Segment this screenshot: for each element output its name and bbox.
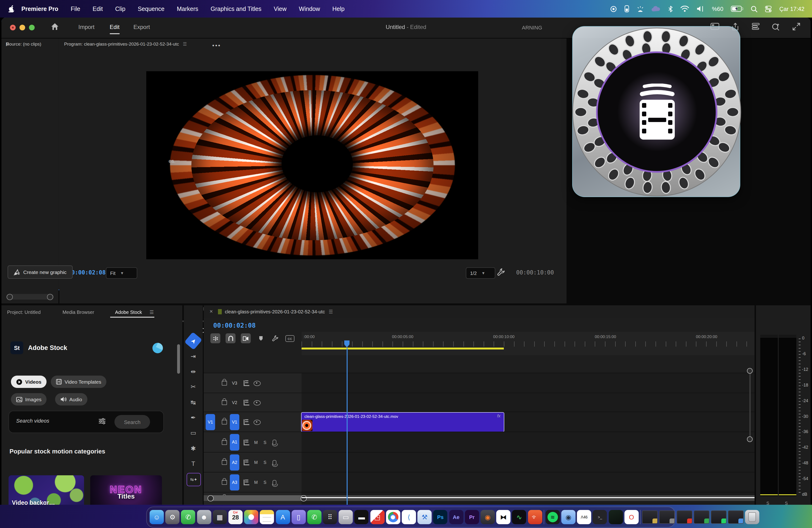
track-header-V3[interactable]: V3 (204, 373, 302, 393)
apple-menu-icon[interactable] (9, 5, 15, 12)
lock-icon[interactable] (222, 420, 227, 425)
tab-adobe-stock[interactable]: Adobe Stock (110, 309, 148, 314)
voiceover-record-icon[interactable] (273, 440, 276, 445)
dock-hotspot-app[interactable]: ᯤ (528, 510, 542, 524)
track-target-V1[interactable]: V1 (230, 414, 239, 430)
filter-videos[interactable]: Videos (11, 376, 47, 388)
create-new-graphic-button[interactable]: Create new graphic (8, 265, 73, 279)
fullscreen-icon[interactable] (793, 23, 800, 30)
toggle-track-output-icon[interactable] (253, 381, 261, 386)
stock-scrollbar[interactable] (177, 344, 180, 374)
dock-terminal[interactable]: >_ (593, 510, 607, 524)
filter-video-templates[interactable]: Video Templates (51, 376, 106, 388)
tab-media-browser[interactable]: Media Browser (57, 309, 100, 314)
ripple-edit-tool[interactable]: ⇹ (187, 365, 200, 378)
mute-button[interactable]: M (253, 440, 258, 445)
menu-item-sequence[interactable]: Sequence (138, 5, 164, 12)
menu-item-view[interactable]: View (274, 5, 287, 12)
cloud-icon[interactable] (652, 6, 661, 12)
dock-window-thumb-1[interactable] (642, 510, 658, 524)
captions-icon[interactable]: CC (285, 335, 294, 342)
track-target-A3[interactable]: A3 (230, 474, 239, 490)
dock-red-design-app[interactable]: ◳ (370, 510, 385, 524)
toggle-track-output-icon[interactable] (253, 400, 261, 405)
dock-window-thumb-5[interactable] (711, 510, 726, 524)
dock-capcut[interactable]: ⧓ (496, 510, 510, 524)
mute-icon[interactable] (697, 6, 705, 12)
dock-notes[interactable] (260, 510, 274, 524)
stock-search-box[interactable]: Search videos Search (9, 411, 164, 433)
dock-after-effects[interactable]: Ae (449, 510, 463, 524)
sequence-tab[interactable]: ✕ clean-glass-primitives-2026-01-23-02-5… (204, 305, 755, 318)
category-card-video-backgrounds[interactable]: Video backgr… (9, 475, 84, 505)
slip-tool[interactable]: ↹ (187, 396, 200, 408)
dock-dark-grid-app[interactable]: ▦ (213, 510, 227, 524)
solo-right-label[interactable]: S (785, 501, 788, 505)
source-monitor-tab[interactable]: Source: (no clips) (1, 39, 58, 50)
dock-calendar[interactable]: Çar28 (228, 510, 243, 524)
playhead-line[interactable] (347, 348, 347, 505)
spotlight-icon[interactable] (751, 5, 758, 12)
device-battery-icon[interactable] (625, 5, 629, 12)
track-target-V3[interactable]: V3 (230, 375, 239, 391)
settings-wrench-icon[interactable] (497, 268, 505, 276)
vscroll-handle-top[interactable] (747, 368, 753, 374)
timeline-marker-icon[interactable] (256, 333, 266, 343)
dock-camera-blue-app[interactable]: ◉ (561, 510, 576, 524)
lock-icon[interactable] (222, 460, 227, 465)
ai-text-edit-tool[interactable]: ⇆✦ (187, 473, 201, 486)
search-button[interactable]: Search (114, 415, 150, 429)
clip-fx-badge[interactable]: fx (497, 414, 501, 418)
mute-button[interactable]: M (253, 480, 258, 485)
dock-photos[interactable] (244, 510, 258, 524)
share-icon[interactable] (731, 23, 739, 31)
close-sequence-icon[interactable]: ✕ (209, 309, 213, 314)
vscroll-handle-bottom[interactable] (747, 436, 753, 442)
type-tool[interactable]: T (187, 457, 200, 470)
zoom-handle-right[interactable] (47, 294, 53, 300)
timeline-clip[interactable]: clean-glass-primitives-2026-01-23-02-52-… (302, 413, 504, 431)
lock-icon[interactable] (222, 381, 227, 385)
dock-premiere-pro[interactable]: Pr (465, 510, 479, 524)
lock-icon[interactable] (222, 440, 227, 445)
menu-item-markers[interactable]: Markers (177, 5, 198, 12)
search-filters-icon[interactable] (98, 417, 106, 425)
dock-vscode[interactable]: ⟨ (402, 510, 416, 524)
hscroll-handle-left[interactable] (207, 495, 214, 501)
filter-images[interactable]: Images (11, 393, 47, 406)
dock-keypad-app[interactable]: ⠿ (323, 510, 337, 524)
razor-tool[interactable]: ✂ (187, 381, 200, 393)
dock-spotify[interactable]: ≋ (546, 510, 560, 524)
menu-item-help[interactable]: Help (332, 5, 345, 12)
tab-project[interactable]: Project: Untitled (1, 309, 46, 314)
track-content-A1[interactable] (302, 432, 755, 453)
stock-panel-menu-icon[interactable]: ☰ (149, 309, 154, 314)
track-target-V2[interactable]: V2 (230, 395, 239, 410)
selection-tool[interactable]: ➤ (184, 332, 202, 350)
dock-xcode[interactable]: ⚒ (417, 510, 432, 524)
track-content-V3[interactable] (302, 373, 755, 393)
track-header-A1[interactable]: A1MS (204, 432, 302, 453)
category-card-titles[interactable]: NEON Titles (90, 475, 162, 505)
bluetooth-icon[interactable] (668, 5, 673, 12)
timeline-menu-icon[interactable]: ☰ (329, 309, 333, 314)
dock-contacts[interactable]: ☻ (197, 510, 211, 524)
track-content-A3[interactable] (302, 472, 755, 493)
dock-window-thumb-4[interactable] (694, 510, 709, 524)
menu-item-clip[interactable]: Clip (115, 5, 125, 12)
voiceover-record-icon[interactable] (273, 480, 276, 485)
solo-button[interactable]: S (263, 460, 267, 465)
timeline-timecode[interactable]: 00:00:02:08 (213, 321, 256, 329)
sync-lock-icon[interactable] (244, 480, 249, 485)
menu-item-edit[interactable]: Edit (92, 5, 103, 12)
track-header-A2[interactable]: A2MS (204, 453, 302, 472)
dock-chrome[interactable] (386, 510, 400, 524)
dock-photoshop[interactable]: Ps (433, 510, 448, 524)
zoom-handle-left[interactable] (6, 294, 13, 300)
menu-item-file[interactable]: File (71, 5, 80, 12)
mute-button[interactable]: M (253, 460, 258, 465)
beacon-icon[interactable] (637, 5, 644, 12)
dock-phone-mirroring[interactable]: ▯ (291, 510, 306, 524)
dock-window-thumb-3[interactable] (677, 510, 692, 524)
rectangle-tool[interactable]: ▭ (187, 427, 200, 439)
